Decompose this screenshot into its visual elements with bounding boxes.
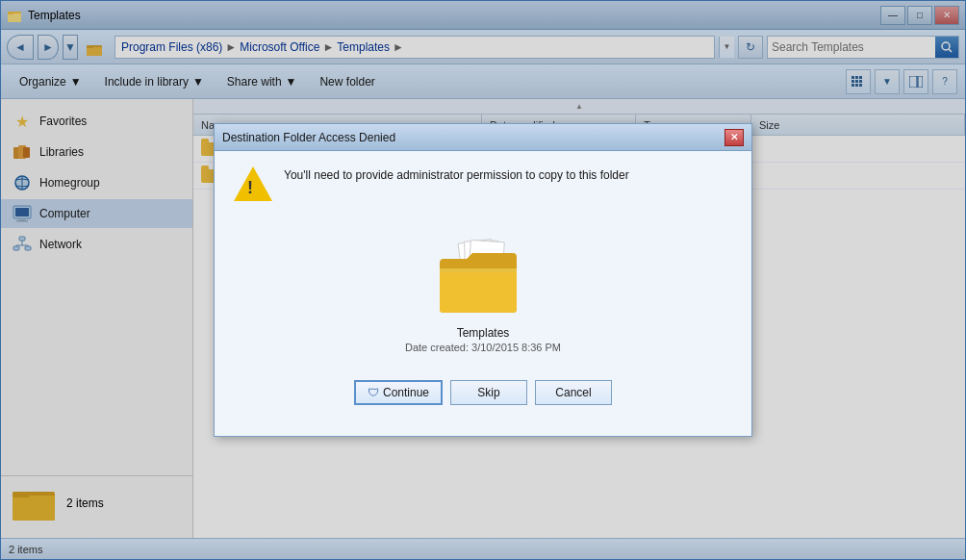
folder-svg-back — [440, 247, 517, 313]
dialog-title-bar: Destination Folder Access Denied ✕ — [215, 124, 751, 151]
folder-info: Templates Date created: 3/10/2015 8:36 P… — [405, 326, 561, 353]
folder-info-date: Date created: 3/10/2015 8:36 PM — [405, 342, 561, 353]
cancel-button[interactable]: Cancel — [535, 380, 612, 405]
dialog-close-button[interactable]: ✕ — [724, 129, 744, 146]
skip-button[interactable]: Skip — [450, 380, 527, 405]
dialog-message-area: You'll need to provide administrator per… — [234, 166, 732, 205]
continue-button[interactable]: 🛡 Continue — [354, 380, 443, 405]
dialog: Destination Folder Access Denied ✕ You'l… — [214, 123, 752, 437]
warning-icon — [234, 166, 272, 205]
dialog-folder-area: Templates Date created: 3/10/2015 8:36 P… — [234, 220, 732, 372]
dialog-buttons: 🛡 Continue Skip Cancel — [234, 372, 732, 420]
dialog-folder-info: Templates Date created: 3/10/2015 8:36 P… — [405, 236, 561, 353]
dialog-message: You'll need to provide administrator per… — [284, 166, 629, 185]
dialog-body: You'll need to provide administrator per… — [215, 151, 751, 436]
dialog-title: Destination Folder Access Denied — [222, 131, 395, 144]
folder-info-name: Templates — [405, 326, 561, 340]
modal-overlay: Destination Folder Access Denied ✕ You'l… — [1, 1, 965, 559]
shield-icon: 🛡 — [368, 386, 379, 399]
